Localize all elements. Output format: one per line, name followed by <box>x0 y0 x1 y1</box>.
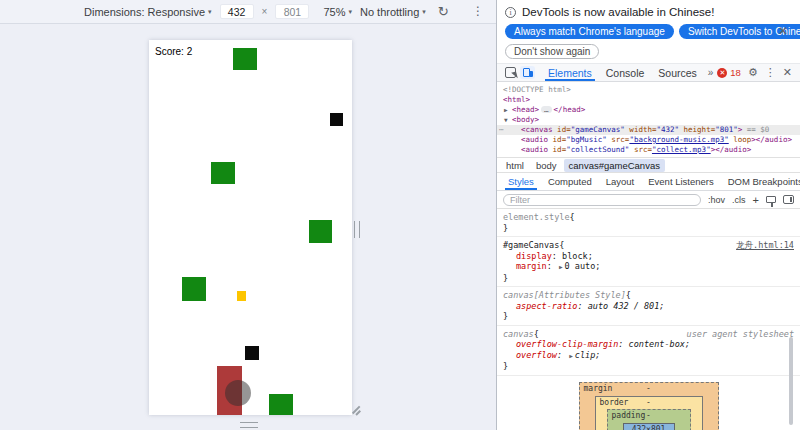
dom-tree-row[interactable]: ⋯<canvas id="gameCanvas" width="432" hei… <box>497 125 800 135</box>
style-tab-styles[interactable]: Styles <box>501 173 541 190</box>
rendering-emulation-icon[interactable] <box>766 196 776 203</box>
obstacle-block <box>245 346 259 360</box>
tab-sources[interactable]: Sources <box>651 64 704 81</box>
dom-token: <canvas <box>521 125 553 134</box>
styles-filter-input[interactable] <box>503 194 701 206</box>
dom-tree-row[interactable]: <audio id="bgMusic" src="background-musi… <box>497 135 800 145</box>
dom-token: loop <box>729 135 752 144</box>
css-property-value[interactable]: auto 432 / 801; <box>588 301 665 311</box>
tab-elements[interactable]: Elements <box>541 64 599 81</box>
breadcrumb: htmlbodycanvas#gameCanvas <box>497 157 800 173</box>
new-style-rule-button[interactable]: + <box>753 194 759 206</box>
zoom-value: 75% <box>323 6 345 18</box>
element-classes-button[interactable]: .cls <box>732 195 746 205</box>
zoom-select[interactable]: 75% ▾ <box>323 6 352 18</box>
more-tabs-icon[interactable]: » <box>704 67 717 78</box>
dom-token: src= <box>629 145 652 154</box>
styles-scrollbar[interactable] <box>789 337 793 425</box>
computed-sidebar-toggle-icon[interactable] <box>783 195 794 204</box>
expand-arrow-icon[interactable]: ▶ <box>504 105 508 115</box>
collapse-arrow-icon[interactable]: ▼ <box>504 115 508 125</box>
close-brace: } <box>503 311 794 322</box>
rule-selector[interactable]: canvas[Attributes Style] <box>503 290 626 301</box>
inspect-element-icon[interactable] <box>505 67 516 78</box>
style-tab-layout[interactable]: Layout <box>599 173 642 190</box>
style-rule: element.style {} <box>497 209 800 237</box>
banner-action-button[interactable]: Always match Chrome's language <box>505 24 674 39</box>
devtools-panel: i DevTools is now available in Chinese! … <box>496 0 800 430</box>
css-property-line[interactable]: display: block; <box>503 251 794 262</box>
box-model-padding-value: - <box>646 411 651 420</box>
dom-tree-row[interactable]: ▼<body> <box>497 115 800 125</box>
expand-value-icon[interactable]: ▶ <box>569 352 573 359</box>
dont-show-again-button[interactable]: Don't show again <box>505 44 599 59</box>
dom-tree-row[interactable]: <html> <box>497 95 800 105</box>
throttling-select[interactable]: No throttling ▾ <box>360 6 426 18</box>
css-property-value[interactable]: clip; <box>575 350 601 360</box>
dom-tree: <!DOCTYPE html><html>▶<head>…</head>▼<bo… <box>497 82 800 157</box>
rule-selector[interactable]: element.style <box>503 212 570 223</box>
css-property-name[interactable]: display <box>516 251 552 261</box>
box-model-border-label: border <box>600 398 629 407</box>
css-property-value[interactable]: block; <box>562 251 593 261</box>
dom-tree-row[interactable]: <audio id="collectSound" src="collect.mp… <box>497 145 800 155</box>
breadcrumb-item[interactable]: canvas#gameCanvas <box>564 159 665 172</box>
resource-link[interactable]: "collect.mp3" <box>652 145 711 154</box>
dom-tree-row[interactable]: ▶<head>…</head> <box>497 105 800 115</box>
dom-token: src= <box>607 135 630 144</box>
error-count-badge[interactable]: ✕ 18 <box>717 67 741 78</box>
breadcrumb-item[interactable]: body <box>531 159 562 172</box>
css-property-value[interactable]: content-box; <box>629 339 690 349</box>
viewport-resize-handle-bottom[interactable] <box>240 422 258 428</box>
dom-tree-row[interactable]: <!DOCTYPE html> <box>497 85 800 95</box>
settings-gear-icon[interactable]: ⚙ <box>748 66 758 79</box>
screen-rotation-icon[interactable]: ↻ <box>438 4 449 19</box>
collect-block <box>182 277 206 301</box>
box-model-diagram: margin----border----padding----432×801 <box>497 376 800 430</box>
banner-close-icon[interactable]: ✕ <box>778 24 788 38</box>
css-property-line[interactable]: overflow-clip-margin: content-box; <box>503 339 794 350</box>
game-canvas[interactable]: Score: 2 <box>149 40 352 415</box>
stylesheet-source-link[interactable]: 龙舟.html:14 <box>736 240 794 251</box>
collect-block <box>269 394 293 415</box>
open-brace: { <box>559 240 564 251</box>
toolbar-kebab-icon[interactable]: ⋮ <box>472 4 484 18</box>
device-toolbar-toggle-icon[interactable] <box>520 66 535 79</box>
css-property-line[interactable]: margin: ▶0 auto; <box>503 261 794 273</box>
resource-link[interactable]: "background-music.mp3" <box>629 135 728 144</box>
viewport-height-input[interactable] <box>275 4 309 19</box>
style-tab-event-listeners[interactable]: Event Listeners <box>641 173 720 190</box>
devtools-close-icon[interactable]: ✕ <box>783 66 792 79</box>
toggle-element-state-button[interactable]: :hov <box>708 195 725 205</box>
viewport-resize-handle-corner[interactable] <box>351 405 362 416</box>
device-toolbar: Dimensions: Responsive ▾ × 75% ▾ No thro… <box>0 0 496 24</box>
expand-value-icon[interactable]: ▶ <box>559 263 563 270</box>
box-model-border: border----padding----432×801 <box>595 396 703 430</box>
style-tab-dom-breakpoints[interactable]: DOM Breakpoints <box>721 173 800 190</box>
tab-console[interactable]: Console <box>599 64 652 81</box>
open-brace: { <box>626 290 631 301</box>
row-actions-icon[interactable]: ⋯ <box>499 125 503 135</box>
rule-selector[interactable]: canvas <box>503 329 534 340</box>
dom-token: id= <box>548 135 566 144</box>
css-property-name[interactable]: aspect-ratio <box>516 301 577 311</box>
style-tab-computed[interactable]: Computed <box>541 173 599 190</box>
rule-selector[interactable]: #gameCanvas <box>503 240 559 251</box>
colon: : <box>618 339 628 349</box>
box-model-margin-value: - <box>646 384 651 393</box>
css-property-value[interactable]: 0 auto; <box>565 261 601 271</box>
viewport-width-input[interactable] <box>220 4 254 19</box>
css-property-line[interactable]: overflow: ▶clip; <box>503 350 794 362</box>
css-property-name[interactable]: overflow <box>516 350 557 360</box>
css-property-line[interactable]: aspect-ratio: auto 432 / 801; <box>503 301 794 312</box>
dom-token: == $0 <box>742 125 769 134</box>
box-model-padding: padding----432×801 <box>607 409 691 430</box>
dimensions-select[interactable]: Dimensions: Responsive ▾ <box>84 6 212 18</box>
devtools-kebab-icon[interactable]: ⋮ <box>765 66 776 79</box>
viewport-resize-handle-right[interactable] <box>354 221 360 238</box>
breadcrumb-item[interactable]: html <box>501 159 529 172</box>
box-model-border-value: - <box>600 425 605 430</box>
css-property-name[interactable]: margin <box>516 261 547 271</box>
css-property-name[interactable]: overflow-clip-margin <box>516 339 618 349</box>
style-rule: canvas[Attributes Style] {aspect-ratio: … <box>497 287 800 326</box>
